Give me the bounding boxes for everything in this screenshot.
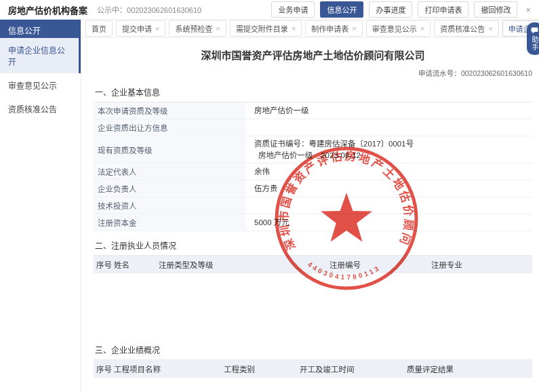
- tab-close-icon[interactable]: ×: [216, 24, 220, 33]
- sidebar-header: 信息公开: [0, 20, 81, 38]
- tab-close-icon[interactable]: ×: [352, 24, 356, 33]
- field-label: 本次申请资质及等级: [94, 102, 246, 119]
- topbar-button[interactable]: 撤回修改: [474, 1, 517, 18]
- column-header: 注册类型及等级: [159, 259, 330, 270]
- topbar-button[interactable]: 打印申请表: [418, 1, 468, 18]
- tab-close-icon[interactable]: ×: [155, 24, 159, 33]
- column-header: 注册专业: [431, 259, 532, 270]
- section-heading-performance: 三、企业业绩概况: [94, 339, 532, 360]
- sidebar-item[interactable]: 申请企业信息公开: [0, 38, 81, 73]
- tab-label: 需提交附件目录: [236, 23, 288, 34]
- table-row: 企业负责人 伍方贵: [94, 180, 532, 197]
- field-label: 企业资质出让方信息: [94, 119, 246, 136]
- sidebar-item[interactable]: 审查意见公示: [0, 73, 81, 97]
- tab[interactable]: 提交申请×: [116, 20, 165, 37]
- tab[interactable]: 审查意见公示×: [366, 20, 431, 37]
- tab[interactable]: 制作申请表×: [305, 20, 362, 37]
- column-header: 工程类别: [224, 364, 300, 374]
- tab-label: 系统预检查: [175, 23, 212, 34]
- column-header: 序号: [96, 259, 114, 270]
- field-value: [246, 119, 532, 136]
- publicity-status: 公示中：002023062601630610: [97, 4, 201, 15]
- column-header: 序号: [96, 364, 114, 374]
- tab-bar: 首页提交申请×系统预检查×需提交附件目录×制作申请表×审查意见公示×资质核准公告…: [81, 20, 539, 38]
- field-value: 房地产估价一级: [246, 102, 532, 119]
- column-header: 开工及竣工时间: [300, 364, 407, 374]
- table-row: 注册资本金 5000 万元: [94, 214, 532, 231]
- page-body: 深圳市国誉资产评估房地产土地估价顾问有限公司 申请流水号：00202306260…: [81, 47, 539, 392]
- table-row: 本次申请资质及等级 房地产估价一级: [94, 102, 532, 119]
- app-title: 房地产估价机构备案: [8, 3, 87, 16]
- topbar-button[interactable]: 信息公开: [320, 1, 363, 18]
- tab[interactable]: 首页: [85, 20, 113, 37]
- tab-close-icon[interactable]: ×: [488, 24, 492, 33]
- tab-close-icon[interactable]: ×: [292, 24, 296, 33]
- topbar-button[interactable]: 办事进度: [369, 1, 412, 18]
- sidebar-item-list: 申请企业信息公开审查意见公示资质核准公告: [0, 38, 81, 121]
- field-label: 企业负责人: [94, 180, 246, 197]
- field-value: [246, 197, 532, 214]
- tab[interactable]: 资质核准公告×: [434, 20, 498, 37]
- sidebar: 信息公开 申请企业信息公开审查意见公示资质核准公告: [0, 20, 81, 392]
- close-icon[interactable]: ×: [525, 5, 531, 15]
- field-label: 技术投资人: [94, 197, 246, 214]
- content-area: 首页提交申请×系统预检查×需提交附件目录×制作申请表×审查意见公示×资质核准公告…: [81, 20, 539, 392]
- assistant-label: 助手: [530, 36, 539, 51]
- sidebar-item[interactable]: 资质核准公告: [0, 97, 81, 121]
- column-header: 质量评定结果: [407, 364, 532, 374]
- field-value: 余伟: [246, 163, 532, 180]
- field-label: 注册资本金: [94, 214, 246, 231]
- top-bar: 房地产估价机构备案 公示中：002023062601630610 业务申请信息公…: [0, 0, 539, 20]
- tab-close-icon[interactable]: ×: [420, 24, 424, 33]
- staff-table-empty-body: [94, 273, 532, 336]
- table-row: 技术投资人: [94, 197, 532, 214]
- serial-number: 申请流水号：002023062601630610: [94, 68, 532, 78]
- table-row: 现有资质及等级 资质证书编号：粤建房估深备〔2017〕0001号房地产估价一级 …: [94, 136, 532, 163]
- field-value: 5000 万元: [246, 214, 532, 231]
- topbar-button-group: 业务申请信息公开办事进度打印申请表撤回修改: [266, 1, 517, 18]
- main-layout: 信息公开 申请企业信息公开审查意见公示资质核准公告 首页提交申请×系统预检查×需…: [0, 20, 539, 392]
- column-header: 姓名: [114, 259, 159, 270]
- page-title: 深圳市国誉资产评估房地产土地估价顾问有限公司: [94, 47, 532, 62]
- assistant-button[interactable]: 助手: [527, 22, 539, 55]
- tab-label: 首页: [92, 23, 106, 34]
- app-window: 房地产估价机构备案 公示中：002023062601630610 业务申请信息公…: [0, 0, 539, 392]
- column-header: 注册编号: [330, 259, 431, 270]
- field-label: 法定代表人: [94, 163, 246, 180]
- basic-info-table: 本次申请资质及等级 房地产估价一级 企业资质出让方信息 现有资质及等级 资质证书…: [94, 102, 532, 231]
- publicity-number: 002023062601630610: [127, 6, 201, 14]
- tab[interactable]: 系统预检查×: [169, 20, 226, 37]
- tab[interactable]: 需提交附件目录×: [230, 20, 302, 37]
- section-heading-basic-info: 一、企业基本信息: [94, 81, 532, 102]
- chat-bubble-icon: [531, 27, 538, 34]
- section-heading-registered-staff: 二、注册执业人员情况: [94, 235, 532, 256]
- tab-label: 资质核准公告: [440, 23, 485, 34]
- field-value: 资质证书编号：粤建房估深备〔2017〕0001号房地产估价一级 2023-08-…: [246, 136, 532, 163]
- tab-label: 提交申请: [122, 23, 152, 34]
- topbar-button[interactable]: 业务申请: [271, 1, 315, 18]
- table-row: 法定代表人 余伟: [94, 163, 532, 180]
- tab-label: 制作申请表: [311, 23, 348, 34]
- empty-state: 暂无数据: [94, 378, 532, 392]
- staff-table-header: 序号姓名注册类型及等级注册编号注册专业: [94, 256, 532, 273]
- field-label: 现有资质及等级: [94, 136, 246, 163]
- column-header: 工程项目名称: [114, 364, 224, 374]
- table-row: 企业资质出让方信息: [94, 119, 532, 136]
- performance-table-header: 序号工程项目名称工程类别开工及竣工时间质量评定结果: [94, 360, 532, 378]
- field-value: 伍方贵: [246, 180, 532, 197]
- tab-label: 审查意见公示: [372, 23, 417, 34]
